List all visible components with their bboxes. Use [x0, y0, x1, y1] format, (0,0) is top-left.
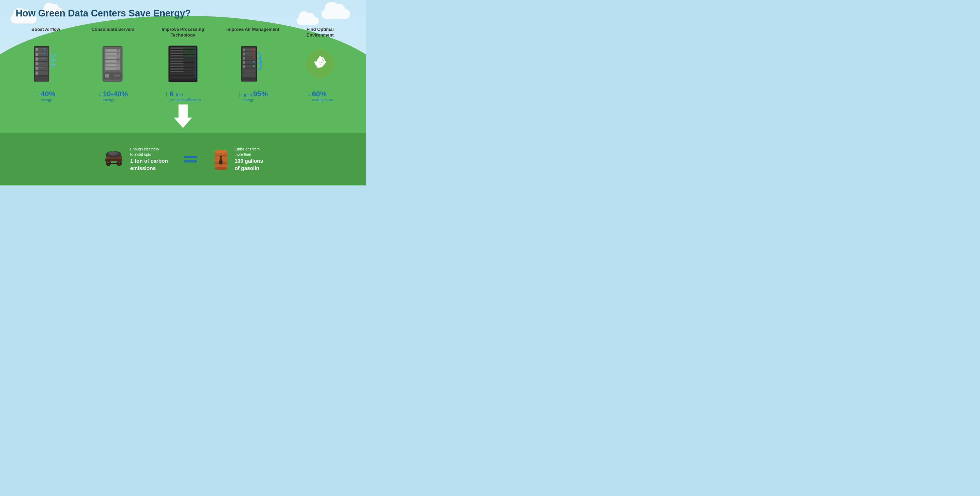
- svg-rect-40: [117, 60, 119, 62]
- stat-improve-processing: ↑ 6 fold computer efficiency: [165, 91, 201, 102]
- svg-rect-33: [106, 53, 116, 55]
- svg-rect-34: [117, 53, 119, 55]
- cards-row: Boost Airflow: [16, 27, 350, 102]
- stat-number-consolidate-servers: 10-40%: [103, 90, 128, 98]
- card-find-optimal: Find Optimal Environment: [293, 27, 348, 102]
- stat-improve-air: ↓ up to 95% energy: [238, 91, 267, 102]
- big-arrow-container: [16, 105, 350, 128]
- equals-line-bottom: [184, 161, 197, 162]
- arrow-up-improve-processing: ↑: [165, 91, 169, 98]
- page-title: How Green Data Centers Save Energy?: [16, 8, 350, 19]
- stat-label-improve-processing: computer efficiency: [170, 98, 201, 102]
- svg-marker-25: [55, 59, 56, 61]
- stat-find-optimal: ↓ 60% cooling costs: [307, 91, 333, 102]
- card-title-improve-air: Improve Air Management: [226, 27, 279, 39]
- card-improve-air: Improve Air Management: [226, 27, 280, 102]
- card-image-improve-air: [235, 43, 271, 84]
- stat-text-improve-processing: 6 fold computer efficiency: [170, 91, 201, 102]
- svg-rect-77: [170, 78, 196, 80]
- svg-rect-22: [35, 72, 38, 75]
- card-image-improve-processing: [165, 43, 201, 84]
- stat-text-consolidate-servers: 10-40% energy: [103, 91, 128, 102]
- svg-rect-31: [117, 49, 119, 51]
- svg-rect-94: [243, 61, 245, 64]
- card-title-consolidate-servers: Consolidate Servers: [91, 27, 134, 39]
- svg-rect-64: [170, 58, 183, 59]
- svg-rect-55: [170, 50, 183, 51]
- bottom-section: Enough electricity to avoid upto 1 ton o…: [0, 133, 366, 186]
- svg-rect-83: [246, 49, 252, 50]
- svg-rect-5: [38, 50, 42, 51]
- barrel-text-bold: 100 gallonsof gasolin: [235, 157, 263, 172]
- svg-rect-61: [170, 56, 183, 56]
- svg-rect-14: [44, 58, 45, 59]
- stat-consolidate-servers: ↓ 10-40% energy: [98, 91, 128, 102]
- svg-rect-17: [38, 63, 43, 64]
- equals-sign: [184, 156, 197, 162]
- svg-rect-8: [35, 53, 38, 56]
- card-title-improve-processing: Improve Processing Technology: [153, 27, 213, 39]
- svg-rect-39: [106, 60, 116, 62]
- coal-text: Enough electricity to avoid upto 1 ton o…: [130, 147, 168, 172]
- svg-rect-19: [35, 67, 38, 70]
- arrow-down-consolidate-servers: ↓: [98, 91, 102, 98]
- arrow-down-find-optimal: ↓: [307, 91, 311, 98]
- barrel-item: Emissions from more than 100 gallonsof g…: [212, 147, 263, 172]
- stat-label-boost-airflow: energy: [41, 98, 56, 102]
- stat-number-find-optimal: 60%: [312, 90, 327, 98]
- coal-text-line2: to avoid upto: [130, 152, 151, 156]
- barrel-text-line1: Emissions from: [235, 147, 260, 151]
- svg-point-113: [215, 150, 227, 153]
- svg-text:♻: ♻: [315, 58, 325, 69]
- stat-label-improve-air: energy: [242, 98, 267, 102]
- svg-rect-88: [246, 53, 252, 54]
- svg-rect-98: [253, 65, 255, 67]
- svg-rect-92: [253, 57, 255, 58]
- svg-rect-111: [107, 163, 121, 164]
- svg-rect-66: [170, 60, 183, 62]
- svg-rect-58: [170, 53, 183, 54]
- svg-point-114: [215, 167, 227, 170]
- svg-point-48: [117, 75, 119, 76]
- card-consolidate-servers: Consolidate Servers: [86, 27, 141, 102]
- coal-text-line1: Enough electricity: [130, 147, 159, 151]
- stat-number-improve-processing: 6 fold: [170, 90, 183, 98]
- svg-marker-24: [55, 55, 56, 56]
- coal-text-bold: 1 ton of carbonemissions: [130, 157, 168, 172]
- svg-rect-59: [184, 52, 195, 54]
- svg-rect-23: [35, 76, 48, 81]
- svg-rect-72: [170, 68, 183, 70]
- stat-number-improve-air: up to 95%: [242, 90, 267, 98]
- stat-number-boost-airflow: 40%: [41, 90, 56, 98]
- svg-rect-70: [170, 66, 183, 67]
- svg-rect-37: [117, 57, 119, 59]
- svg-rect-85: [253, 51, 255, 51]
- svg-rect-30: [106, 49, 116, 51]
- coal-cart-icon: [103, 149, 125, 170]
- arrow-down-boost-airflow: ↓: [36, 91, 40, 98]
- svg-rect-36: [106, 57, 116, 59]
- equals-line-top: [184, 156, 197, 158]
- big-arrow: [174, 105, 192, 128]
- main-content: How Green Data Centers Save Energy? Boos…: [0, 0, 366, 128]
- svg-rect-44: [106, 68, 116, 70]
- stat-text-find-optimal: 60% cooling costs: [312, 91, 333, 102]
- svg-rect-52: [170, 48, 183, 49]
- stat-text-improve-air: up to 95% energy: [242, 91, 267, 102]
- barrel-text-line2: more than: [235, 152, 251, 156]
- server-rack-airflow-icon: [33, 45, 58, 83]
- card-image-consolidate-servers: [95, 43, 132, 84]
- svg-rect-53: [184, 47, 195, 49]
- svg-rect-82: [243, 49, 245, 51]
- svg-rect-97: [243, 65, 245, 68]
- svg-rect-62: [184, 55, 195, 57]
- svg-rect-75: [170, 73, 196, 75]
- card-title-find-optimal: Find Optimal Environment: [293, 27, 348, 39]
- svg-rect-42: [106, 64, 116, 66]
- recycle-icon: ♻: [312, 56, 329, 72]
- stat-text-boost-airflow: 40% energy: [41, 91, 56, 102]
- svg-rect-99: [242, 69, 256, 73]
- svg-rect-95: [253, 61, 255, 62]
- svg-rect-56: [184, 50, 195, 51]
- svg-rect-100: [242, 73, 256, 77]
